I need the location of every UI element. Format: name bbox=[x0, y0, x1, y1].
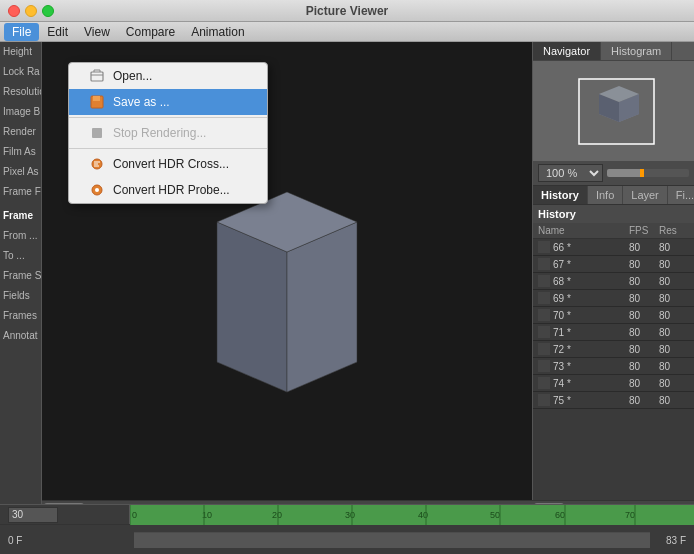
hist-thumb bbox=[538, 343, 550, 355]
history-row[interactable]: 67 * 80 80 bbox=[533, 256, 694, 273]
menu-item-converthdrprobe[interactable]: Convert HDR Probe... bbox=[69, 177, 267, 203]
menu-item-stop-label: Stop Rendering... bbox=[113, 126, 206, 140]
left-label-filmas: Film As bbox=[0, 142, 41, 162]
hist-row-name-text: 74 * bbox=[553, 378, 571, 389]
menu-item-converthdr-label: Convert HDR Cross... bbox=[113, 157, 229, 171]
open-icon bbox=[89, 68, 105, 84]
hist-row-fps: 80 bbox=[629, 327, 659, 338]
left-label-frame: Frame bbox=[0, 202, 41, 226]
nav-tabs: Navigator Histogram bbox=[533, 42, 694, 61]
menu-edit[interactable]: Edit bbox=[39, 23, 76, 41]
menu-file[interactable]: File bbox=[4, 23, 39, 41]
left-label-frames: Frame S bbox=[0, 266, 41, 286]
tab-history[interactable]: History bbox=[533, 186, 588, 204]
hist-thumb bbox=[538, 377, 550, 389]
tab-film[interactable]: Fi... bbox=[668, 186, 694, 204]
hist-row-name: 70 * bbox=[538, 309, 629, 321]
frame-zero-label: 0 F bbox=[8, 535, 22, 546]
hist-row-res: 80 bbox=[659, 344, 689, 355]
menu-compare[interactable]: Compare bbox=[118, 23, 183, 41]
traffic-lights bbox=[8, 5, 54, 17]
svg-rect-29 bbox=[91, 72, 103, 81]
svg-rect-31 bbox=[93, 96, 100, 101]
svg-point-36 bbox=[95, 188, 99, 192]
left-label-height: Height bbox=[0, 42, 41, 62]
hist-row-res: 80 bbox=[659, 276, 689, 287]
hist-row-fps: 80 bbox=[629, 242, 659, 253]
hist-row-fps: 80 bbox=[629, 310, 659, 321]
tab-info[interactable]: Info bbox=[588, 186, 623, 204]
left-label-frames2: Frames bbox=[0, 306, 41, 326]
left-label-render: Render bbox=[0, 122, 41, 142]
col-fps: FPS bbox=[629, 225, 659, 236]
hist-row-name: 74 * bbox=[538, 377, 629, 389]
history-row[interactable]: 71 * 80 80 bbox=[533, 324, 694, 341]
timeline-bottom: 0 F 83 F bbox=[0, 525, 694, 554]
hist-row-name-text: 68 * bbox=[553, 276, 571, 287]
history-row[interactable]: 74 * 80 80 bbox=[533, 375, 694, 392]
minimize-button[interactable] bbox=[25, 5, 37, 17]
zoom-control: 100 % 50 % 200 % Fit bbox=[533, 161, 694, 186]
left-label-from: From ... bbox=[0, 226, 41, 246]
hist-row-fps: 80 bbox=[629, 395, 659, 406]
timeline-ruler[interactable]: 0 10 20 30 40 50 60 70 bbox=[130, 505, 694, 525]
hist-thumb bbox=[538, 309, 550, 321]
history-rows: 66 * 80 80 67 * 80 80 68 * 80 80 69 * 80… bbox=[533, 239, 694, 409]
left-label-imageb: Image B bbox=[0, 102, 41, 122]
history-row[interactable]: 73 * 80 80 bbox=[533, 358, 694, 375]
tab-navigator[interactable]: Navigator bbox=[533, 42, 601, 60]
history-row[interactable]: 66 * 80 80 bbox=[533, 239, 694, 256]
hist-row-name-text: 66 * bbox=[553, 242, 571, 253]
left-label-framef: Frame F bbox=[0, 182, 41, 202]
hist-row-res: 80 bbox=[659, 310, 689, 321]
hist-row-name-text: 73 * bbox=[553, 361, 571, 372]
hist-row-fps: 80 bbox=[629, 276, 659, 287]
zoom-select[interactable]: 100 % 50 % 200 % Fit bbox=[538, 164, 603, 182]
timeline-start-input[interactable] bbox=[8, 507, 58, 523]
menu-item-stoprendering: Stop Rendering... bbox=[69, 120, 267, 146]
bottom-ruler-svg bbox=[134, 532, 650, 548]
history-row[interactable]: 69 * 80 80 bbox=[533, 290, 694, 307]
menu-animation[interactable]: Animation bbox=[183, 23, 252, 41]
history-panel: History Name FPS Res 66 * 80 80 67 * 80 … bbox=[533, 205, 694, 409]
hist-thumb bbox=[538, 292, 550, 304]
right-panel: Navigator Histogram 100 % 50 % 200 % Fit… bbox=[532, 42, 694, 552]
hist-row-res: 80 bbox=[659, 327, 689, 338]
hist-row-fps: 80 bbox=[629, 361, 659, 372]
hist-row-res: 80 bbox=[659, 293, 689, 304]
save-icon bbox=[89, 94, 105, 110]
hist-row-name-text: 71 * bbox=[553, 327, 571, 338]
hist-row-res: 80 bbox=[659, 259, 689, 270]
tab-layer[interactable]: Layer bbox=[623, 186, 668, 204]
menu-item-saveas-label: Save as ... bbox=[113, 95, 170, 109]
hist-row-name-text: 72 * bbox=[553, 344, 571, 355]
history-row[interactable]: 70 * 80 80 bbox=[533, 307, 694, 324]
title-bar: Picture Viewer bbox=[0, 0, 694, 22]
hist-row-fps: 80 bbox=[629, 378, 659, 389]
tab-histogram[interactable]: Histogram bbox=[601, 42, 672, 60]
hist-row-name: 72 * bbox=[538, 343, 629, 355]
maximize-button[interactable] bbox=[42, 5, 54, 17]
menu-item-saveas[interactable]: Save as ... bbox=[69, 89, 267, 115]
stop-icon bbox=[89, 125, 105, 141]
svg-rect-27 bbox=[134, 532, 650, 548]
menu-item-open[interactable]: Open... bbox=[69, 63, 267, 89]
history-row[interactable]: 72 * 80 80 bbox=[533, 341, 694, 358]
zoom-slider[interactable] bbox=[607, 169, 689, 177]
ruler-svg: 0 10 20 30 40 50 60 70 bbox=[130, 505, 694, 525]
timeline-area: 0 10 20 30 40 50 60 70 0 F bbox=[0, 504, 694, 554]
timeline-bottom-ruler[interactable] bbox=[134, 532, 650, 548]
menu-view[interactable]: View bbox=[76, 23, 118, 41]
hist-row-res: 80 bbox=[659, 361, 689, 372]
hist-row-fps: 80 bbox=[629, 259, 659, 270]
history-row[interactable]: 68 * 80 80 bbox=[533, 273, 694, 290]
hist-row-name: 71 * bbox=[538, 326, 629, 338]
hist-row-name-text: 75 * bbox=[553, 395, 571, 406]
menu-item-converthdr[interactable]: Convert HDR Cross... bbox=[69, 151, 267, 177]
close-button[interactable] bbox=[8, 5, 20, 17]
svg-text:40: 40 bbox=[418, 510, 428, 520]
hist-thumb bbox=[538, 360, 550, 372]
hdr2-icon bbox=[89, 182, 105, 198]
hist-row-fps: 80 bbox=[629, 293, 659, 304]
history-row[interactable]: 75 * 80 80 bbox=[533, 392, 694, 409]
